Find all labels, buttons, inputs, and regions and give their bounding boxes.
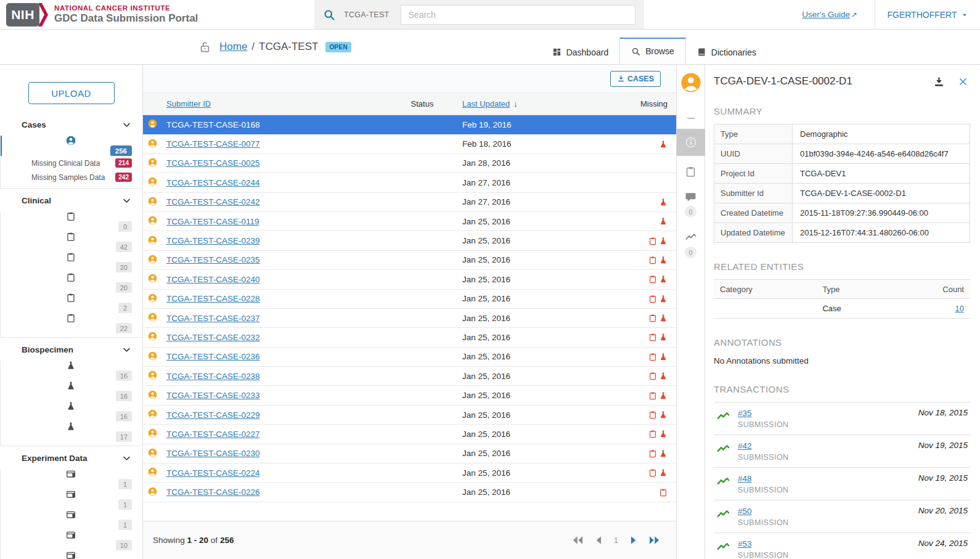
case-link[interactable]: TCGA-TEST-CASE-0168 [166,120,260,129]
case-link[interactable]: TCGA-TEST-CASE-0230 [166,449,260,458]
table-row[interactable]: TCGA-TEST-CASE-0244Jan 27, 2016 [143,173,676,192]
table-row[interactable]: TCGA-TEST-CASE-0229Jan 25, 2016 [143,406,676,425]
column-last-updated[interactable]: Last Updated↓ [462,99,586,108]
table-row[interactable]: TCGA-TEST-CASE-0025Jan 28, 2016 [143,154,676,173]
table-row[interactable]: TCGA-TEST-CASE-0077Feb 18, 2016 [143,134,676,153]
case-link[interactable]: TCGA-TEST-CASE-0238 [166,372,260,381]
table-row[interactable]: TCGA-TEST-CASE-0228Jan 25, 2016 [143,290,676,309]
sidebar-item-exposure[interactable]: Exposure20 [1,272,142,293]
first-page-button[interactable] [572,534,584,546]
search-input[interactable] [401,5,635,25]
users-guide-link[interactable]: User's Guide↗ [802,10,857,19]
table-row[interactable]: TCGA-TEST-CASE-0230Jan 25, 2016 [143,444,676,463]
case-link[interactable]: TCGA-TEST-CASE-0242 [166,197,260,206]
case-link[interactable]: TCGA-TEST-CASE-0240 [166,275,260,284]
case-link[interactable]: TCGA-TEST-CASE-0077 [166,139,260,149]
detail-download-icon[interactable] [933,76,945,88]
sidebar-item-biospecimen-data-bundle[interactable]: Biospecimen Data Bundle1 [1,469,142,489]
table-row[interactable]: TCGA-TEST-CASE-0235Jan 25, 2016 [143,251,676,270]
table-row[interactable]: TCGA-TEST-CASE-0168Feb 19, 2016 [143,115,676,134]
sidebar-item-all-cases[interactable]: All Cases256 [1,136,142,156]
sidebar-item-portion[interactable]: Portion16 [1,401,142,422]
sidebar-item-diagnosis[interactable]: Diagnosis20 [1,252,142,272]
sidebar-section-experiment-data[interactable]: Experiment Data [0,446,142,469]
tab-comments-icon[interactable] [685,191,696,203]
sidebar-item-aliquot[interactable]: Aliquot16 [1,361,142,381]
tab-transactions-icon[interactable] [685,231,697,243]
sidebar-item-family-history[interactable]: Family History2 [1,293,142,313]
breadcrumb-home-link[interactable]: Home [219,41,247,53]
table-row[interactable]: TCGA-TEST-CASE-0233Jan 25, 2016 [143,386,676,405]
table-row[interactable]: TCGA-TEST-CASE-0232Jan 25, 2016 [143,328,676,347]
section-label: Experiment Data [22,454,88,463]
case-link[interactable]: TCGA-TEST-CASE-0224 [166,468,260,478]
sidebar-item-read-group[interactable]: Read Group10 [1,530,142,550]
column-submitter-id[interactable]: Submitter ID [166,99,382,108]
prev-page-button[interactable] [593,534,605,546]
summary-label: Project Id [714,164,793,183]
case-link[interactable]: TCGA-TEST-CASE-0235 [166,255,260,264]
case-link[interactable]: TCGA-TEST-CASE-0119 [166,217,259,226]
table-row[interactable]: TCGA-TEST-CASE-0238Jan 25, 2016 [143,367,676,386]
user-menu[interactable]: FGERTHOFFERT [875,10,980,20]
table-row[interactable]: TCGA-TEST-CASE-0224Jan 25, 2016 [143,463,676,483]
sidebar-item-missing-clinical-data[interactable]: Missing Clinical Data214 [1,156,142,170]
upload-button[interactable]: UPLOAD [28,82,115,104]
table-row[interactable]: TCGA-TEST-CASE-0236Jan 25, 2016 [143,348,676,367]
sidebar-item-sample[interactable]: Sample17 [1,422,142,442]
table-row[interactable]: TCGA-TEST-CASE-0239Jan 25, 2016 [143,231,676,250]
case-link[interactable]: TCGA-TEST-CASE-0237 [166,314,260,323]
tab-dashboard[interactable]: Dashboard [541,39,620,65]
table-row[interactable]: TCGA-TEST-CASE-0240Jan 25, 2016 [143,270,676,289]
case-link[interactable]: TCGA-TEST-CASE-0236 [166,352,260,361]
case-link[interactable]: TCGA-TEST-CASE-0229 [166,410,260,420]
download-cases-button[interactable]: CASES [610,71,661,87]
sidebar-item-clinical[interactable]: Clinical0 [1,211,142,232]
transaction-link[interactable]: #48 [738,474,752,483]
related-type: Case [816,304,918,313]
case-link[interactable]: TCGA-TEST-CASE-0227 [166,430,260,439]
table-row[interactable]: TCGA-TEST-CASE-0237Jan 25, 2016 [143,309,676,328]
transaction-link[interactable]: #42 [738,441,752,451]
sidebar-item-clinical-data-bundle[interactable]: Clinical Data Bundle1 [1,489,142,510]
sidebar-section-biospecimen[interactable]: Biospecimen [0,338,142,361]
close-icon[interactable] [958,77,968,86]
transaction-link[interactable]: #35 [738,409,752,418]
sidebar-item-slide-data-bundle[interactable]: Slide Data Bundle1 [1,550,142,559]
last-page-button[interactable] [648,534,660,546]
case-link[interactable]: TCGA-TEST-CASE-0228 [166,294,260,303]
sidebar-section-clinical[interactable]: Clinical [0,189,142,211]
tab-browse[interactable]: Browse [619,38,686,65]
case-link[interactable]: TCGA-TEST-CASE-0233 [166,391,260,400]
collapse-icon[interactable] [685,113,696,124]
next-page-button[interactable] [627,534,639,546]
sidebar-item-analyte[interactable]: Analyte16 [1,381,142,401]
tab-annotations-clipboard-icon[interactable] [685,166,696,177]
tab-dictionaries[interactable]: Dictionaries [686,39,767,65]
table-row[interactable]: TCGA-TEST-CASE-0242Jan 27, 2016 [143,193,676,212]
case-link[interactable]: TCGA-TEST-CASE-0226 [166,488,260,497]
table-row[interactable]: TCGA-TEST-CASE-0226Jan 25, 2016 [143,483,676,502]
sidebar-item-pathology-data-bundle[interactable]: Pathology Data Bundle1 [1,510,142,530]
cell-last-updated: Jan 25, 2016 [462,449,586,458]
sidebar-item-missing-samples-data[interactable]: Missing Samples Data242 [1,170,142,184]
table-row[interactable]: TCGA-TEST-CASE-0119Jan 25, 2016 [143,212,676,231]
case-link[interactable]: TCGA-TEST-CASE-0232 [166,333,260,342]
column-status[interactable]: Status [382,99,462,108]
cell-missing [586,217,676,226]
related-count-link[interactable]: 10 [955,304,964,313]
case-link[interactable]: TCGA-TEST-CASE-0025 [166,158,260,168]
brand[interactable]: NIH NATIONAL CANCER INSTITUTE GDC Data S… [0,0,296,29]
transaction-link[interactable]: #53 [738,539,752,549]
project-status-badge: OPEN [325,42,351,52]
sidebar-group-experiment-data: Biospecimen Data Bundle1Clinical Data Bu… [0,469,142,559]
tab-details[interactable] [677,129,705,156]
sidebar-section-cases[interactable]: Cases [0,113,142,136]
case-link[interactable]: TCGA-TEST-CASE-0244 [166,178,260,187]
clipboard-icon [648,237,657,245]
sidebar-item-demographic[interactable]: Demographic42 [1,232,142,252]
table-row[interactable]: TCGA-TEST-CASE-0227Jan 25, 2016 [143,425,676,444]
transaction-link[interactable]: #50 [738,507,752,516]
case-link[interactable]: TCGA-TEST-CASE-0239 [166,236,260,245]
sidebar-item-treatment[interactable]: Treatment22 [1,313,142,333]
